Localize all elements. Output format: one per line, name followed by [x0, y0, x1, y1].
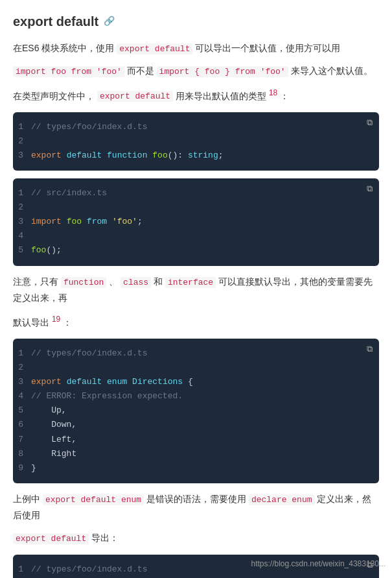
- code-line-2-2: 2: [13, 200, 373, 215]
- prose-text-8: 上例中: [13, 494, 43, 504]
- prose-text-1: 在ES6 模块系统中，使用: [13, 43, 117, 53]
- prose-text-9: 是错误的语法，需要使用: [146, 494, 249, 504]
- code-block-2: ⧉ 1 // src/index.ts 2 3 import foo from …: [13, 178, 379, 265]
- code-line-3-3: 3 export default enum Directions {: [13, 375, 373, 389]
- code-content-2: 1 // src/index.ts 2 3 import foo from 'f…: [13, 178, 379, 265]
- anchor-icon: 🔗: [104, 14, 115, 29]
- code-line-3-2: 2: [13, 361, 373, 375]
- note-text-1: 注意，只有: [13, 276, 61, 287]
- note-text-3: 和: [154, 276, 165, 287]
- watermark: https://blog.csdn.net/weixin_4383130...: [251, 557, 386, 570]
- code-inline-export-default-2: export default: [97, 91, 173, 102]
- prose-text-11: 导出：: [91, 533, 119, 543]
- note-block-2: 默认导出 19 ：: [13, 313, 379, 331]
- note-text-6: ：: [63, 317, 72, 328]
- code-line-3-4: 4 // ERROR: Expression expected.: [13, 389, 373, 403]
- prose-text-2: 可以导出一个默认值，使用方可以用: [192, 43, 340, 53]
- copy-button-1[interactable]: ⧉: [367, 117, 373, 128]
- code-line-2-1: 1 // src/index.ts: [13, 186, 373, 200]
- note-block: 注意，只有 function 、 class 和 interface 可以直接默…: [13, 274, 379, 307]
- page-title: export default 🔗: [13, 10, 379, 32]
- code-inline-enum-export: export default enum: [43, 494, 144, 505]
- code-inline-import2: import { foo } from 'foo': [157, 66, 288, 77]
- code-line-3-5: 5 Up,: [13, 403, 373, 418]
- copy-button-2[interactable]: ⧉: [367, 184, 373, 194]
- note-text-2: 、: [109, 276, 121, 287]
- prose-text-3: 而不是: [127, 66, 157, 76]
- code-line-3-7: 7 Left,: [13, 433, 373, 447]
- code-inline-interface: interface: [165, 277, 216, 288]
- code-content-3: 1 // types/foo/index.d.ts 2 3 export def…: [13, 339, 379, 483]
- code-line-3-1: 1 // types/foo/index.d.ts: [13, 346, 373, 361]
- code-inline-export-default: export default: [117, 43, 192, 54]
- code-line-3-6: 6 Down,: [13, 418, 373, 432]
- prose-text-7: ：: [280, 90, 289, 101]
- ref-link-18[interactable]: 18: [269, 88, 277, 97]
- ref-link-19[interactable]: 19: [52, 315, 60, 324]
- prose-block-3: 在类型声明文件中， export default 用来导出默认值的类型 18 ：: [13, 86, 379, 104]
- code-line-1-1: 1 // types/foo/index.d.ts: [13, 120, 373, 134]
- code-block-3: ⧉ 1 // types/foo/index.d.ts 2 3 export d…: [13, 339, 379, 483]
- note-text-5: 默认导出: [13, 317, 49, 328]
- code-inline-declare-enum: declare enum: [249, 494, 315, 505]
- code-line-2-3: 3 import foo from 'foo';: [13, 215, 373, 229]
- prose-text-4: 来导入这个默认值。: [291, 66, 373, 76]
- prose-block-2: import foo from 'foo' 而不是 import { foo }…: [13, 63, 379, 79]
- prose-block-5: 上例中 export default enum 是错误的语法，需要使用 decl…: [13, 491, 379, 524]
- code-line-1-3: 3 export default function foo(): string;: [13, 149, 373, 163]
- code-inline-function: function: [61, 277, 106, 288]
- prose-block-6: export default 导出：: [13, 530, 379, 546]
- code-line-2-4: 4: [13, 229, 373, 243]
- code-line-2-5: 5 foo();: [13, 243, 373, 258]
- code-line-3-9: 9 }: [13, 461, 373, 476]
- code-inline-export-default-3: export default: [13, 533, 89, 544]
- prose-text-5: 在类型声明文件中，: [13, 90, 95, 101]
- prose-text-6: 用来导出默认值的类型: [176, 90, 266, 101]
- code-line-3-8: 8 Right: [13, 447, 373, 461]
- code-line-1-2: 2: [13, 134, 373, 149]
- prose-block-1: 在ES6 模块系统中，使用 export default 可以导出一个默认值，使…: [13, 40, 379, 56]
- code-inline-class: class: [121, 277, 151, 288]
- copy-button-3[interactable]: ⧉: [367, 344, 373, 354]
- code-block-1: ⧉ 1 // types/foo/index.d.ts 2 3 export d…: [13, 112, 379, 171]
- code-content-1: 1 // types/foo/index.d.ts 2 3 export def…: [13, 112, 379, 171]
- title-text: export default: [13, 10, 98, 32]
- code-inline-import1: import foo from 'foo': [13, 66, 124, 77]
